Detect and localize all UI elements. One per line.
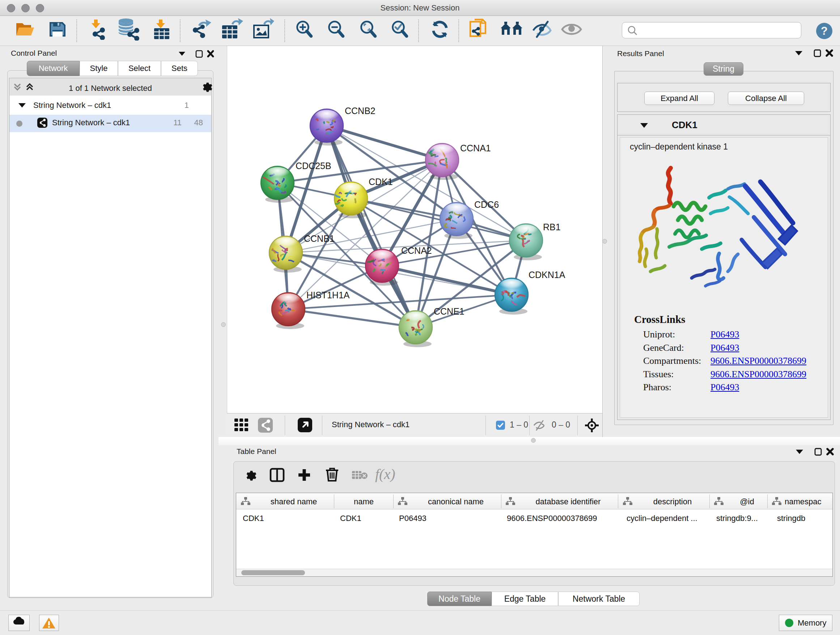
svg-text:CCNE1: CCNE1 bbox=[434, 306, 464, 317]
svg-text:CDK1: CDK1 bbox=[369, 177, 393, 187]
svg-text:CCNA2: CCNA2 bbox=[401, 245, 432, 256]
svg-text:CCNB2: CCNB2 bbox=[345, 106, 376, 116]
svg-text:CCNA1: CCNA1 bbox=[460, 143, 491, 153]
svg-text:CDC25B: CDC25B bbox=[295, 161, 332, 171]
svg-text:CDKN1A: CDKN1A bbox=[529, 270, 565, 280]
svg-text:CDC6: CDC6 bbox=[474, 200, 499, 210]
svg-text:HIST1H1A: HIST1H1A bbox=[306, 290, 350, 300]
svg-text:CCNB1: CCNB1 bbox=[304, 233, 335, 244]
svg-text:RB1: RB1 bbox=[543, 222, 561, 232]
